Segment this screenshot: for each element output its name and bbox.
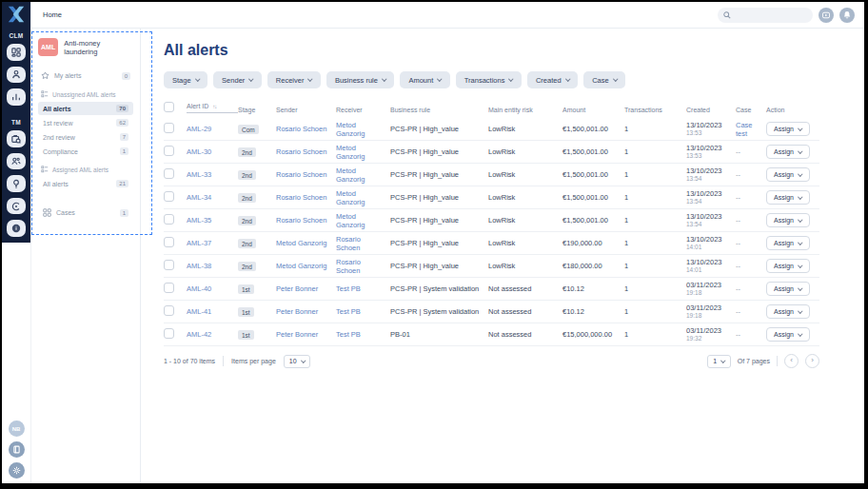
- sidebar-item[interactable]: Compliance 1: [38, 145, 133, 158]
- assign-button[interactable]: Assign: [766, 236, 810, 250]
- assign-button[interactable]: Assign: [766, 327, 810, 342]
- monitoring-icon[interactable]: [7, 198, 26, 215]
- alert-id-link[interactable]: AML-34: [187, 193, 211, 202]
- case-cell[interactable]: --: [736, 216, 740, 225]
- receiver-link[interactable]: Test PB: [336, 330, 361, 339]
- filter-button[interactable]: Amount: [400, 71, 449, 88]
- assign-button[interactable]: Assign: [766, 282, 810, 296]
- column-alert-id[interactable]: Alert ID ↑↓: [187, 103, 238, 113]
- receiver-link[interactable]: Metod Ganzorig: [336, 212, 365, 229]
- row-checkbox[interactable]: [164, 168, 174, 179]
- sort-icon[interactable]: ↑↓: [212, 104, 216, 109]
- sender-link[interactable]: Peter Bonner: [276, 307, 318, 316]
- search-input[interactable]: [735, 11, 807, 18]
- sidebar-item[interactable]: 1st review 62: [38, 116, 133, 129]
- alert-id-link[interactable]: AML-42: [187, 330, 211, 339]
- alert-id-link[interactable]: AML-40: [187, 284, 211, 293]
- sidebar-item[interactable]: All alerts 21: [38, 177, 133, 190]
- assign-button[interactable]: Assign: [766, 304, 810, 319]
- search-box[interactable]: [718, 8, 813, 23]
- breadcrumb[interactable]: Home: [43, 10, 62, 19]
- sidebar-item-cases[interactable]: Cases 1: [38, 205, 133, 220]
- sender-link[interactable]: Rosario Schoen: [276, 170, 326, 179]
- case-cell[interactable]: --: [736, 170, 740, 179]
- receiver-link[interactable]: Metod Ganzorig: [336, 189, 365, 206]
- case-cell[interactable]: --: [736, 193, 740, 202]
- filter-button[interactable]: Sender: [213, 71, 262, 88]
- filter-button[interactable]: Receiver: [267, 71, 321, 88]
- case-cell[interactable]: Case test: [736, 121, 753, 138]
- settings-gear-icon[interactable]: [9, 462, 25, 479]
- receiver-link[interactable]: Metod Ganzorig: [336, 121, 365, 138]
- assign-button[interactable]: Assign: [766, 145, 810, 159]
- app-logo[interactable]: [7, 6, 26, 23]
- sender-link[interactable]: Metod Ganzorig: [276, 262, 326, 270]
- filter-button[interactable]: Transactions: [456, 71, 522, 88]
- sender-link[interactable]: Metod Ganzorig: [276, 239, 326, 247]
- notifications-bell-icon[interactable]: [839, 8, 855, 23]
- filter-button[interactable]: Case: [583, 71, 625, 88]
- filter-button[interactable]: Stage: [164, 71, 207, 88]
- user-avatar[interactable]: NB: [9, 421, 25, 437]
- alert-id-link[interactable]: AML-38: [187, 262, 211, 270]
- receiver-link[interactable]: Test PB: [336, 284, 361, 293]
- case-cell[interactable]: --: [736, 284, 740, 293]
- sender-link[interactable]: Rosario Schoen: [276, 216, 326, 225]
- dashboard-icon[interactable]: [7, 44, 26, 61]
- alert-id-link[interactable]: AML-30: [187, 147, 211, 156]
- team-icon[interactable]: [7, 153, 26, 170]
- receiver-link[interactable]: Metod Ganzorig: [336, 144, 365, 161]
- assign-button[interactable]: Assign: [766, 213, 810, 227]
- previous-page-button[interactable]: ‹: [784, 354, 799, 368]
- filter-button[interactable]: Business rule: [326, 71, 395, 88]
- app-switcher[interactable]: AML Anti-money laundering: [38, 38, 133, 56]
- row-checkbox[interactable]: [164, 237, 174, 247]
- sender-link[interactable]: Peter Bonner: [276, 284, 318, 293]
- case-cell[interactable]: --: [736, 147, 740, 156]
- customers-icon[interactable]: [7, 67, 26, 84]
- assign-button[interactable]: Assign: [766, 190, 810, 205]
- tutorials-icon[interactable]: [819, 8, 834, 23]
- analytics-icon[interactable]: [7, 88, 26, 106]
- info-icon[interactable]: [7, 220, 26, 237]
- case-cell[interactable]: --: [736, 262, 740, 270]
- row-checkbox[interactable]: [164, 191, 174, 202]
- assign-button[interactable]: Assign: [766, 167, 810, 182]
- sender-link[interactable]: Rosario Schoen: [276, 193, 326, 202]
- select-all-checkbox[interactable]: [164, 102, 174, 112]
- row-checkbox[interactable]: [164, 214, 174, 225]
- row-checkbox[interactable]: [164, 328, 174, 339]
- filter-button[interactable]: Created: [527, 71, 578, 88]
- next-page-button[interactable]: ›: [805, 354, 819, 368]
- sidebar-item[interactable]: All alerts 70: [38, 102, 133, 115]
- items-per-page-select[interactable]: 10: [284, 355, 310, 368]
- receiver-link[interactable]: Test PB: [336, 307, 361, 316]
- assign-button[interactable]: Assign: [766, 122, 810, 136]
- case-cell[interactable]: --: [736, 330, 740, 339]
- case-search-icon[interactable]: [7, 130, 26, 147]
- insights-icon[interactable]: [7, 175, 26, 192]
- row-checkbox[interactable]: [164, 283, 174, 293]
- docs-icon[interactable]: [9, 441, 25, 458]
- row-checkbox[interactable]: [164, 260, 174, 270]
- case-cell[interactable]: --: [736, 307, 740, 316]
- alert-id-link[interactable]: AML-35: [187, 216, 211, 225]
- sidebar-item[interactable]: 2nd review 7: [38, 130, 133, 144]
- alert-id-link[interactable]: AML-37: [187, 239, 211, 247]
- receiver-link[interactable]: Metod Ganzorig: [336, 166, 365, 184]
- sidebar-item-my-alerts[interactable]: My alerts 0: [38, 68, 133, 83]
- assign-button[interactable]: Assign: [766, 259, 810, 273]
- alert-id-link[interactable]: AML-33: [187, 170, 211, 179]
- case-cell[interactable]: --: [736, 239, 740, 247]
- sender-link[interactable]: Peter Bonner: [276, 330, 318, 339]
- row-checkbox[interactable]: [164, 123, 174, 133]
- alert-id-link[interactable]: AML-29: [187, 125, 211, 133]
- page-select[interactable]: 1: [707, 355, 730, 368]
- row-checkbox[interactable]: [164, 305, 174, 316]
- alert-id-link[interactable]: AML-41: [187, 307, 211, 316]
- receiver-link[interactable]: Rosario Schoen: [336, 258, 361, 275]
- sender-link[interactable]: Rosario Schoen: [276, 147, 326, 156]
- receiver-link[interactable]: Rosario Schoen: [336, 235, 361, 252]
- sender-link[interactable]: Rosario Schoen: [276, 125, 326, 133]
- row-checkbox[interactable]: [164, 146, 174, 156]
